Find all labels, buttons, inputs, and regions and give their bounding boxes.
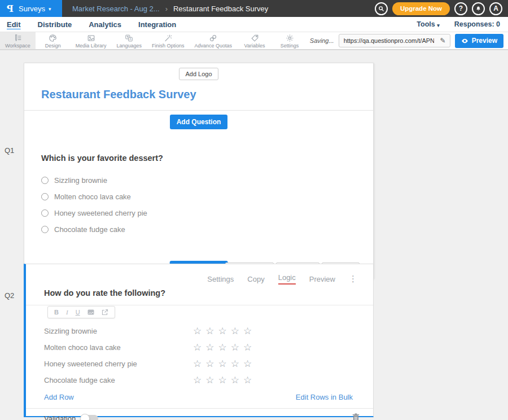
breadcrumb-survey-name: Restaurant Feedback Survey: [173, 5, 268, 13]
tools-menu[interactable]: Tools ▾: [417, 20, 439, 28]
star-rating-icons[interactable]: ☆☆☆☆☆: [193, 358, 256, 370]
insert-link-button[interactable]: [102, 309, 108, 316]
question-preview-menu[interactable]: Preview: [309, 275, 335, 283]
toolbar-label: Workspace: [5, 43, 30, 49]
bold-button[interactable]: B: [54, 309, 59, 316]
question-number-q1: Q1: [5, 146, 14, 155]
add-row-link[interactable]: Add Row: [44, 393, 74, 401]
radio-button-icon[interactable]: [41, 193, 49, 200]
languages-icon: A: [125, 34, 133, 42]
survey-url-input[interactable]: [339, 37, 436, 44]
delete-question-button[interactable]: [352, 413, 360, 420]
breadcrumb-folder[interactable]: Market Research - Aug 2...: [72, 5, 160, 13]
rating-row: Chocolate fudge cake ☆☆☆☆☆: [26, 372, 373, 388]
rating-row-label[interactable]: Sizzling brownie: [44, 327, 193, 335]
question-2-block-selected[interactable]: Settings Copy Logic Preview ⋮ How do you…: [24, 264, 374, 417]
topbar: P Surveys ▾ Market Research - Aug 2... ›…: [0, 0, 508, 17]
rating-row: Sizzling brownie ☆☆☆☆☆: [26, 323, 373, 339]
toolbar-label: Finish Options: [152, 43, 185, 49]
tab-integration[interactable]: Integration: [138, 19, 176, 30]
add-logo-button[interactable]: Add Logo: [179, 68, 218, 80]
account-avatar[interactable]: A: [489, 2, 502, 15]
toolbar-item-design[interactable]: Design: [36, 32, 71, 49]
edit-toolbar: Workspace Design Media Library A Languag…: [0, 32, 508, 50]
rich-text-toolbar: B I U: [47, 306, 115, 318]
answer-option[interactable]: Molten choco lava cake: [41, 193, 356, 200]
star-rating-icons[interactable]: ☆☆☆☆☆: [193, 374, 256, 386]
kebab-menu-icon[interactable]: ⋮: [349, 276, 357, 282]
radio-button-icon[interactable]: [41, 177, 49, 184]
design-palette-icon: [49, 34, 57, 42]
question-settings-menu[interactable]: Settings: [207, 275, 234, 283]
answer-option-label: Sizzling brownie: [54, 176, 107, 185]
gear-icon: [286, 34, 294, 42]
toolbar-label: Media Library: [76, 43, 107, 49]
search-button[interactable]: [375, 2, 388, 15]
survey-nav: Edit Distribute Analytics Integration To…: [0, 17, 508, 32]
toolbar-item-variables[interactable]: Variables: [237, 32, 272, 49]
radio-button-icon[interactable]: [41, 226, 49, 233]
star-rating-icons[interactable]: ☆☆☆☆☆: [193, 325, 256, 337]
star-rating-icons[interactable]: ☆☆☆☆☆: [193, 342, 256, 353]
answer-option-label: Honey sweetened cherry pie: [54, 209, 147, 217]
rating-row-label[interactable]: Honey sweetened cherry pie: [44, 360, 193, 368]
question-logic-menu[interactable]: Logic: [278, 273, 296, 285]
tab-distribute[interactable]: Distribute: [38, 19, 72, 30]
question-copy-menu[interactable]: Copy: [247, 275, 264, 283]
tools-menu-label: Tools: [417, 20, 435, 28]
tab-analytics[interactable]: Analytics: [89, 19, 121, 30]
external-link-icon: [102, 309, 108, 316]
magic-wand-icon: [164, 34, 172, 42]
question-1-block[interactable]: Which is your favorite dessert? Sizzling…: [24, 133, 373, 233]
add-question-button-top[interactable]: Add Question: [170, 115, 228, 129]
rating-row-label[interactable]: Chocolate fudge cake: [44, 376, 193, 384]
topbar-actions: Upgrade Now ? A: [375, 2, 508, 15]
trash-icon: [352, 413, 360, 420]
toolbar-item-settings[interactable]: Settings: [272, 32, 307, 49]
survey-editor-canvas: Q1 Q2 Add Logo Restaurant Feedback Surve…: [0, 50, 508, 420]
survey-title[interactable]: Restaurant Feedback Survey: [24, 80, 373, 110]
chain-link-icon: [209, 34, 217, 42]
toolbar-label: Design: [45, 43, 61, 49]
surveys-menu[interactable]: P Surveys ▾: [0, 0, 62, 17]
edit-url-pencil-icon[interactable]: ✎: [436, 34, 450, 47]
toggle-knob: [80, 414, 90, 420]
answer-option-label: Chocolate fudge cake: [54, 225, 125, 234]
tab-edit[interactable]: Edit: [7, 19, 21, 30]
help-button[interactable]: ?: [454, 2, 467, 15]
chevron-down-icon: ▾: [437, 23, 440, 28]
validation-toggle[interactable]: [81, 415, 98, 420]
underline-button[interactable]: U: [76, 309, 80, 316]
preview-button-label: Preview: [472, 37, 497, 45]
upgrade-now-button[interactable]: Upgrade Now: [392, 2, 450, 15]
toolbar-label: Advance Quotas: [194, 43, 232, 49]
preview-button[interactable]: Preview: [455, 34, 503, 48]
question-1-text[interactable]: Which is your favorite dessert?: [41, 154, 356, 163]
answer-option-label: Molten choco lava cake: [54, 193, 131, 201]
answer-option[interactable]: Chocolate fudge cake: [41, 225, 356, 233]
chevron-down-icon: ▾: [49, 6, 51, 12]
toolbar-item-media-library[interactable]: Media Library: [71, 32, 112, 49]
toolbar-item-finish-options[interactable]: Finish Options: [147, 32, 190, 49]
toolbar-item-languages[interactable]: A Languages: [111, 32, 147, 49]
question-2-text[interactable]: How do you rate the following?: [44, 288, 165, 298]
insert-image-button[interactable]: [87, 309, 94, 316]
rating-row: Honey sweetened cherry pie ☆☆☆☆☆: [26, 356, 373, 372]
rating-row: Molten choco lava cake ☆☆☆☆☆: [26, 339, 373, 356]
answer-option[interactable]: Honey sweetened cherry pie: [41, 209, 356, 217]
bell-icon: [475, 6, 481, 12]
toolbar-label: Settings: [281, 43, 299, 49]
toolbar-item-advance-quotas[interactable]: Advance Quotas: [189, 32, 237, 49]
rating-matrix: Sizzling brownie ☆☆☆☆☆ Molten choco lava…: [26, 323, 373, 388]
search-icon: [378, 6, 384, 12]
notifications-button[interactable]: [472, 2, 485, 15]
radio-button-icon[interactable]: [41, 209, 49, 217]
question-menu: Settings Copy Logic Preview ⋮: [26, 264, 373, 285]
italic-button[interactable]: I: [66, 309, 68, 316]
toolbar-item-workspace[interactable]: Workspace: [0, 32, 36, 49]
toolbar-label: Variables: [244, 43, 265, 49]
rating-row-label[interactable]: Molten choco lava cake: [44, 343, 193, 352]
toolbar-label: Languages: [116, 43, 142, 49]
edit-rows-in-bulk-link[interactable]: Edit Rows in Bulk: [296, 393, 353, 401]
answer-option[interactable]: Sizzling brownie: [41, 176, 356, 184]
